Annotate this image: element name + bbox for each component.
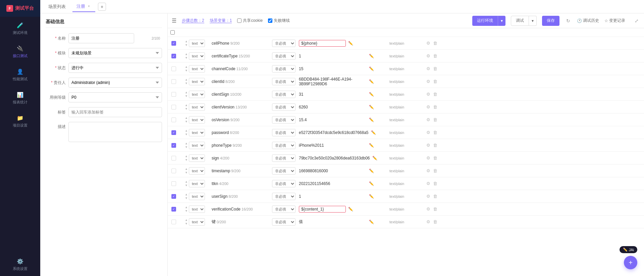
arrow-down[interactable]: ▼ bbox=[185, 145, 188, 149]
row-arrows[interactable]: ▲ ▼ bbox=[185, 193, 188, 200]
settings-icon[interactable]: ⚙ bbox=[426, 130, 430, 135]
row-checkbox[interactable]: ✓ bbox=[171, 143, 176, 148]
settings-icon[interactable]: ⚙ bbox=[426, 194, 430, 199]
delete-icon[interactable]: 🗑 bbox=[433, 92, 437, 97]
name-input[interactable] bbox=[68, 33, 134, 43]
required-select[interactable]: 非必填 bbox=[272, 116, 296, 124]
edit-icon[interactable]: ✏️ bbox=[348, 41, 353, 46]
arrow-down[interactable]: ▼ bbox=[185, 158, 188, 162]
row-arrows[interactable]: ▲ ▼ bbox=[185, 154, 188, 162]
required-select[interactable]: 非必填 bbox=[272, 218, 296, 226]
arrow-down[interactable]: ▼ bbox=[185, 43, 188, 47]
row-checkbox[interactable]: ✓ bbox=[171, 207, 176, 212]
row-checkbox[interactable] bbox=[171, 156, 176, 160]
desc-textarea[interactable] bbox=[68, 122, 162, 142]
cell-check[interactable] bbox=[170, 167, 184, 175]
level-select[interactable]: P0 bbox=[68, 92, 162, 102]
debug-button[interactable]: 调试 bbox=[511, 16, 529, 26]
row-checkbox[interactable]: ✓ bbox=[171, 41, 176, 46]
type-select[interactable]: text bbox=[189, 40, 205, 47]
cell-check[interactable] bbox=[170, 218, 184, 226]
arrow-up[interactable]: ▲ bbox=[185, 205, 188, 209]
delete-icon[interactable]: 🗑 bbox=[433, 117, 437, 122]
settings-icon[interactable]: ⚙ bbox=[426, 41, 430, 46]
owner-select[interactable]: Administrator (admin) bbox=[68, 78, 162, 88]
sidebar-item-interface[interactable]: 🔌 接口测试 bbox=[0, 40, 40, 63]
required-select[interactable]: 非必填 bbox=[272, 78, 296, 85]
row-checkbox[interactable] bbox=[171, 220, 176, 224]
row-arrows[interactable]: ▲ ▼ bbox=[185, 205, 188, 213]
arrow-down[interactable]: ▼ bbox=[185, 56, 188, 59]
edit-icon[interactable]: ✏️ bbox=[369, 169, 374, 173]
settings-icon[interactable]: ⚙ bbox=[426, 206, 430, 212]
delete-icon[interactable]: 🗑 bbox=[433, 53, 437, 58]
type-select[interactable]: text bbox=[189, 218, 205, 226]
sidebar-item-system[interactable]: ⚙️ 系统设置 bbox=[0, 253, 40, 276]
edit-icon[interactable]: ✏️ bbox=[369, 105, 374, 109]
edit-icon[interactable]: ✏️ bbox=[372, 156, 377, 160]
tab-register-close[interactable]: × bbox=[87, 4, 91, 9]
arrow-up[interactable]: ▲ bbox=[185, 78, 188, 81]
delete-icon[interactable]: 🗑 bbox=[433, 219, 437, 224]
required-select[interactable]: 非必填 bbox=[272, 103, 296, 111]
settings-icon[interactable]: ⚙ bbox=[426, 53, 430, 58]
sidebar-item-report[interactable]: 📊 报表统计 bbox=[0, 86, 40, 109]
type-select[interactable]: text bbox=[189, 91, 205, 98]
cell-check[interactable] bbox=[170, 91, 184, 98]
delete-icon[interactable]: 🗑 bbox=[433, 168, 437, 173]
row-checkbox[interactable] bbox=[171, 66, 176, 71]
delete-icon[interactable]: 🗑 bbox=[433, 194, 437, 199]
cell-check[interactable] bbox=[170, 78, 184, 85]
arrow-down[interactable]: ▼ bbox=[185, 209, 188, 213]
module-select[interactable]: 未规划场景 bbox=[68, 48, 162, 58]
type-select[interactable]: text bbox=[189, 193, 205, 200]
sidebar-item-perf[interactable]: 👤 性能测试 bbox=[0, 63, 40, 86]
arrow-down[interactable]: ▼ bbox=[185, 94, 188, 98]
edit-icon[interactable]: ✏️ bbox=[369, 92, 374, 97]
edit-icon[interactable]: ✏️ bbox=[369, 220, 374, 224]
arrow-down[interactable]: ▼ bbox=[185, 69, 188, 72]
edit-icon[interactable]: ✏️ bbox=[369, 143, 374, 148]
delete-icon[interactable]: 🗑 bbox=[433, 155, 437, 160]
delete-icon[interactable]: 🗑 bbox=[433, 206, 437, 212]
delete-icon[interactable]: 🗑 bbox=[433, 79, 437, 84]
arrow-down[interactable]: ▼ bbox=[185, 171, 188, 174]
required-select[interactable]: 非必填 bbox=[272, 65, 296, 73]
type-select[interactable]: text bbox=[189, 52, 205, 60]
settings-icon[interactable]: ⚙ bbox=[426, 104, 430, 109]
fab-add-button[interactable]: + bbox=[624, 256, 637, 269]
cell-check[interactable]: ✓ bbox=[170, 142, 184, 149]
cell-check[interactable]: ✓ bbox=[170, 193, 184, 200]
arrow-up[interactable]: ▲ bbox=[185, 218, 188, 222]
row-checkbox[interactable]: ✓ bbox=[171, 130, 176, 135]
settings-icon[interactable]: ⚙ bbox=[426, 92, 430, 97]
select-all-checkbox[interactable] bbox=[170, 30, 175, 35]
settings-icon[interactable]: ⚙ bbox=[426, 219, 430, 224]
menu-icon[interactable]: ☰ bbox=[172, 17, 176, 24]
cell-check[interactable]: ✓ bbox=[170, 205, 184, 213]
edit-icon[interactable]: ✏️ bbox=[371, 130, 376, 135]
row-arrows[interactable]: ▲ ▼ bbox=[185, 116, 188, 123]
settings-icon[interactable]: ⚙ bbox=[426, 117, 430, 122]
arrow-up[interactable]: ▲ bbox=[185, 154, 188, 158]
run-env-button[interactable]: 运行环境 bbox=[472, 16, 498, 26]
delete-icon[interactable]: 🗑 bbox=[433, 130, 437, 135]
sidebar-item-project[interactable]: 📁 项目设置 bbox=[0, 109, 40, 133]
fail-continue-check[interactable] bbox=[268, 18, 272, 23]
arrow-down[interactable]: ▼ bbox=[185, 184, 188, 187]
type-select[interactable]: text bbox=[189, 167, 205, 175]
delete-icon[interactable]: 🗑 bbox=[433, 104, 437, 109]
row-checkbox[interactable] bbox=[171, 105, 176, 109]
arrow-down[interactable]: ▼ bbox=[185, 133, 188, 136]
arrow-up[interactable]: ▲ bbox=[185, 103, 188, 107]
row-arrows[interactable]: ▲ ▼ bbox=[185, 167, 188, 174]
row-arrows[interactable]: ▲ ▼ bbox=[185, 78, 188, 85]
edit-icon[interactable]: ✏️ bbox=[369, 118, 374, 122]
changes-link[interactable]: ☆ 变更记录 bbox=[604, 18, 625, 24]
settings-icon[interactable]: ⚙ bbox=[426, 143, 430, 148]
edit-icon[interactable]: ✏️ bbox=[369, 194, 374, 199]
row-arrows[interactable]: ▲ ▼ bbox=[185, 91, 188, 98]
cell-check[interactable]: ✓ bbox=[170, 52, 184, 60]
cell-check[interactable] bbox=[170, 154, 184, 162]
row-checkbox[interactable]: ✓ bbox=[171, 54, 176, 58]
